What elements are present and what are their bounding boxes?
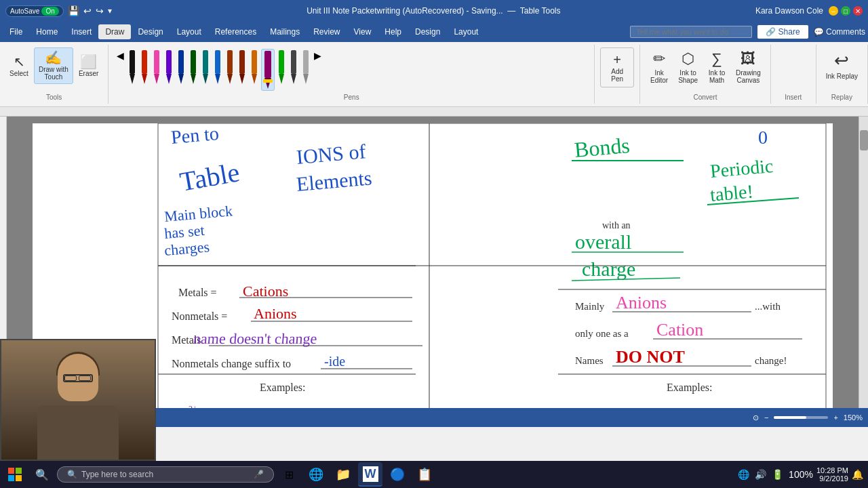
select-label: Select xyxy=(9,70,28,77)
pen-green[interactable] xyxy=(276,49,287,85)
menu-home[interactable]: Home xyxy=(29,24,64,39)
svg-rect-10 xyxy=(191,50,196,74)
ink-to-math-button[interactable]: ∑ Ink toMath xyxy=(703,47,730,87)
search-button[interactable]: 🔍 xyxy=(30,462,54,487)
svg-marker-19 xyxy=(239,74,245,84)
right-lens xyxy=(79,375,91,381)
menu-insert[interactable]: Insert xyxy=(64,24,98,39)
ink-replay-button[interactable]: ↩ Ink Replay xyxy=(822,47,862,83)
menu-bar: File Home Insert Draw Design Layout Refe… xyxy=(0,22,868,42)
menu-file[interactable]: File xyxy=(3,24,29,39)
menu-references[interactable]: References xyxy=(208,24,263,39)
chrome-button[interactable]: 🔵 xyxy=(385,462,410,487)
drawing-canvas-button[interactable]: 🖼 DrawingCanvas xyxy=(732,47,765,87)
menu-review[interactable]: Review xyxy=(307,24,347,39)
eraser-button[interactable]: ⬜ Eraser xyxy=(75,52,102,80)
ink-replay-icon: ↩ xyxy=(834,50,849,71)
pen-brown[interactable] xyxy=(224,49,235,85)
examples-label-left: Examples: xyxy=(260,382,306,394)
zoom-slider[interactable] xyxy=(774,416,828,419)
convert-section: ✏ InkEditor ⬡ Ink toShape ∑ Ink toMath 🖼… xyxy=(640,45,771,104)
volume-icon[interactable]: 🔊 xyxy=(753,469,768,480)
clock-time: 10:28 PM xyxy=(816,466,848,474)
with-an: with an xyxy=(602,220,631,230)
extra-button[interactable]: 📋 xyxy=(412,462,437,487)
pen-purple[interactable] xyxy=(163,49,174,85)
pens-section-label: Pens xyxy=(114,94,589,101)
close-button[interactable]: ✕ xyxy=(853,6,863,16)
metals-label: Metals = xyxy=(178,287,217,298)
add-pen-button[interactable]: + AddPen xyxy=(600,47,634,87)
microphone-icon[interactable]: 🎤 xyxy=(254,470,264,479)
pen-pink[interactable] xyxy=(151,49,162,85)
menu-layout[interactable]: Layout xyxy=(170,24,208,39)
tell-me-search[interactable] xyxy=(630,26,752,38)
menu-help[interactable]: Help xyxy=(378,24,408,39)
maximize-button[interactable]: □ xyxy=(841,6,850,16)
comments-button[interactable]: 💬 Comments xyxy=(814,27,865,37)
menu-mailings[interactable]: Mailings xyxy=(263,24,307,39)
minimize-button[interactable]: – xyxy=(829,6,838,16)
menu-design[interactable]: Design xyxy=(131,24,170,39)
nonmetals-suffix-label: Nonmetals change suffix to xyxy=(172,358,291,370)
pen-orange[interactable] xyxy=(249,49,260,85)
table-text: Table xyxy=(178,157,242,197)
svg-marker-15 xyxy=(215,74,220,84)
undo-icon[interactable]: ↩ xyxy=(83,5,92,16)
task-view-button[interactable]: ⊞ xyxy=(277,462,301,487)
ink-to-shape-button[interactable]: ⬡ Ink toShape xyxy=(674,47,702,87)
svg-rect-33 xyxy=(8,475,14,481)
taskbar-search[interactable]: 🔍 Type here to search 🎤 xyxy=(57,466,274,483)
ide-suffix: -ide xyxy=(324,354,345,369)
menu-table-design[interactable]: Design xyxy=(408,24,447,39)
zoom-plus-button[interactable]: + xyxy=(833,413,837,422)
webcam-video xyxy=(1,340,155,460)
add-pen-section: + AddPen xyxy=(595,45,640,104)
svg-marker-21 xyxy=(252,74,257,84)
select-button[interactable]: ↖ Select xyxy=(5,52,33,80)
explorer-button[interactable]: 📁 xyxy=(331,462,355,487)
pen-dark-green[interactable] xyxy=(188,49,199,85)
svg-marker-3 xyxy=(142,74,147,84)
share-button[interactable]: 🔗 Share xyxy=(757,25,808,39)
title-bar: AutoSave On 💾 ↩ ↪ ▾ Unit III Note Packet… xyxy=(0,0,868,22)
right-scrollbar[interactable] xyxy=(859,117,868,408)
search-bar-icon: 🔍 xyxy=(67,470,77,479)
pen-light-gray[interactable] xyxy=(300,49,311,85)
pen-black[interactable] xyxy=(127,49,138,85)
pen-magenta[interactable] xyxy=(261,49,275,91)
pen-red[interactable] xyxy=(139,49,150,85)
save-icon[interactable]: 💾 xyxy=(68,5,79,16)
zoom-minus-button[interactable]: − xyxy=(764,413,768,422)
draw-with-touch-button[interactable]: ✍ Draw withTouch xyxy=(34,47,73,84)
pen-blue[interactable] xyxy=(212,49,223,85)
pen-navy[interactable] xyxy=(176,49,186,85)
battery-icon[interactable]: 🔋 xyxy=(770,469,785,480)
edge-button[interactable]: 🌐 xyxy=(304,462,328,487)
pen-teal[interactable] xyxy=(200,49,211,85)
pen-dark-red[interactable] xyxy=(237,49,248,85)
svg-rect-27 xyxy=(291,50,296,74)
only-one-label: only one as a xyxy=(575,328,629,339)
add-pen-icon: + xyxy=(613,52,621,68)
pens-prev-button[interactable]: ◀ xyxy=(115,49,125,62)
system-clock: 10:28 PM 9/2/2019 xyxy=(816,466,848,483)
network-icon[interactable]: 🌐 xyxy=(736,469,751,480)
menu-table-layout[interactable]: Layout xyxy=(447,24,485,39)
pen-dark-gray[interactable] xyxy=(288,49,299,85)
cations-text: Cations xyxy=(243,283,288,300)
replay-section: ↩ Ink Replay Replay xyxy=(816,45,868,104)
notification-icon[interactable]: 🔔 xyxy=(850,469,865,480)
word-button[interactable]: W xyxy=(358,462,382,487)
autosave-toggle[interactable]: AutoSave On xyxy=(5,5,64,17)
start-button[interactable] xyxy=(3,462,27,487)
pens-next-button[interactable]: ▶ xyxy=(313,49,323,62)
window-controls[interactable]: – □ ✕ xyxy=(829,6,863,16)
ink-editor-button[interactable]: ✏ InkEditor xyxy=(646,47,673,87)
search-bar-text: Type here to search xyxy=(81,470,153,479)
anions-right: Anions xyxy=(616,293,667,312)
scroll-thumb[interactable] xyxy=(860,130,868,150)
redo-icon[interactable]: ↪ xyxy=(96,5,104,16)
menu-draw[interactable]: Draw xyxy=(98,24,131,39)
menu-view[interactable]: View xyxy=(347,24,378,39)
